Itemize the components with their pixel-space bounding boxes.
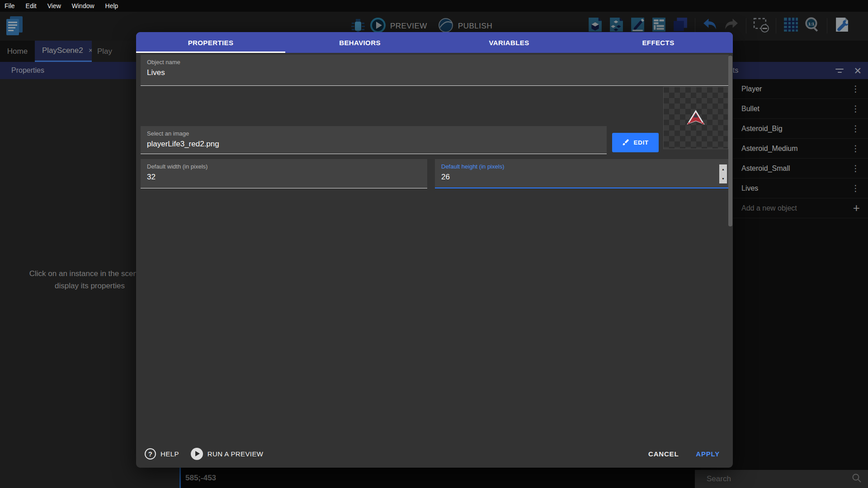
play-icon (191, 448, 203, 460)
object-name-label: Object name (147, 59, 180, 66)
brush-icon (622, 138, 630, 147)
cancel-button[interactable]: CANCEL (648, 450, 679, 458)
object-name-input[interactable] (147, 68, 717, 77)
menu-view[interactable]: View (42, 0, 66, 12)
dialog-scrollbar[interactable] (728, 56, 732, 226)
menu-window[interactable]: Window (66, 0, 100, 12)
tab-behaviors[interactable]: BEHAVIORS (285, 32, 434, 53)
image-name-input[interactable] (147, 140, 595, 149)
menu-file[interactable]: File (0, 0, 20, 12)
default-width-field: Default width (in pixels) (141, 159, 427, 188)
number-spinner: ▲ ▼ (719, 164, 727, 183)
image-select-field: Select an image (141, 126, 607, 154)
help-icon: ? (145, 448, 156, 460)
run-preview-label: RUN A PREVIEW (208, 450, 264, 458)
menu-help[interactable]: Help (100, 0, 124, 12)
spinner-down-icon[interactable]: ▼ (719, 174, 727, 183)
sprite-thumbnail[interactable] (663, 87, 728, 149)
tab-behaviors-label: BEHAVIORS (339, 39, 381, 47)
dialog-tab-bar: PROPERTIES BEHAVIORS VARIABLES EFFECTS (136, 32, 733, 53)
default-height-input[interactable] (441, 173, 717, 182)
tab-effects[interactable]: EFFECTS (584, 32, 733, 53)
default-height-field: Default height (in pixels) ▲ ▼ (435, 159, 728, 188)
tab-effects-label: EFFECTS (642, 39, 674, 47)
gdevelop-app: File Edit View Window Help (0, 0, 868, 488)
object-name-field: Object name (141, 55, 729, 86)
help-label: HELP (160, 450, 179, 458)
spinner-up-icon[interactable]: ▲ (719, 164, 727, 174)
default-height-label: Default height (in pixels) (441, 163, 504, 170)
tab-variables[interactable]: VARIABLES (434, 32, 584, 53)
ship-sprite (685, 108, 706, 127)
help-button[interactable]: ? HELP (145, 448, 179, 460)
run-preview-button[interactable]: RUN A PREVIEW (191, 448, 264, 460)
edit-image-button[interactable]: EDIT (612, 133, 659, 152)
default-width-label: Default width (in pixels) (147, 163, 208, 170)
tab-properties-label: PROPERTIES (188, 39, 234, 47)
menu-edit[interactable]: Edit (20, 0, 42, 12)
dialog-footer: ? HELP RUN A PREVIEW CANCEL APPLY (136, 446, 733, 462)
edit-button-label: EDIT (633, 139, 648, 146)
image-select-label: Select an image (147, 130, 189, 137)
menu-bar: File Edit View Window Help (0, 0, 868, 12)
default-width-input[interactable] (147, 173, 415, 182)
tab-variables-label: VARIABLES (489, 39, 529, 47)
apply-button[interactable]: APPLY (696, 450, 720, 458)
tab-properties[interactable]: PROPERTIES (136, 32, 285, 53)
object-properties-dialog: PROPERTIES BEHAVIORS VARIABLES EFFECTS O… (136, 32, 733, 468)
